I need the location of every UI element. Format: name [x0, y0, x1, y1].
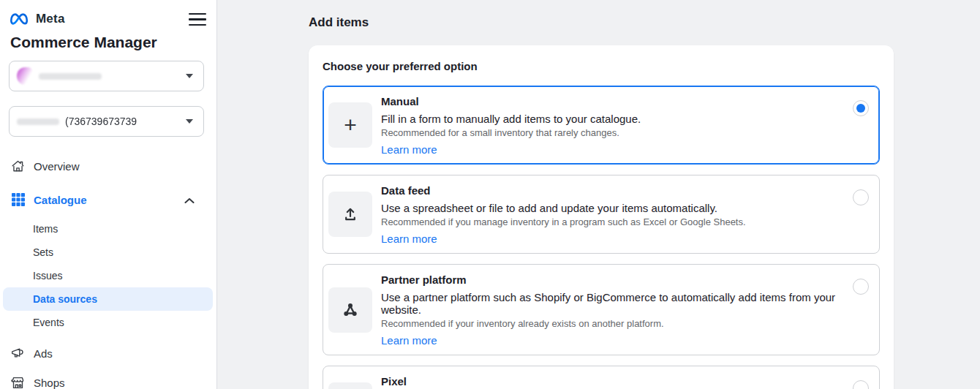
option-pixel[interactable]: </> Pixel Use your Facebook pixel to aut… [323, 366, 880, 389]
plus-icon: + [328, 102, 372, 148]
sidebar-item-sets[interactable]: Sets [3, 241, 213, 264]
share-nodes-icon [328, 287, 372, 333]
business-avatar [17, 67, 33, 85]
option-description: Use a partner platform such as Shopify o… [381, 291, 844, 316]
option-recommendation: Recommended for a small inventory that r… [381, 127, 844, 138]
sidebar-item-shops[interactable]: Shops [10, 368, 206, 389]
code-icon: </> [328, 382, 372, 389]
chevron-down-icon [186, 74, 193, 78]
catalogue-sub-list: Items Sets Issues Data sources Events [3, 217, 213, 334]
sidebar-item-ads[interactable]: Ads [10, 339, 206, 368]
redacted-catalogue-name [17, 118, 59, 125]
catalogue-selector-dropdown[interactable]: (736739673739 [9, 106, 204, 137]
radio-pixel[interactable] [853, 380, 869, 389]
home-icon [10, 159, 26, 174]
main-content: Add items Choose your preferred option +… [217, 0, 980, 389]
chevron-up-icon[interactable] [184, 194, 195, 206]
option-title: Data feed [381, 184, 844, 197]
radio-partner-platform[interactable] [853, 279, 869, 295]
brand-row: Meta [10, 10, 206, 29]
option-partner-platform[interactable]: Partner platform Use a partner platform … [323, 264, 880, 355]
sidebar-item-label: Overview [34, 160, 80, 173]
sidebar: Meta Commerce Manager (736739673739 Over… [0, 0, 217, 389]
megaphone-icon [10, 346, 26, 361]
catalogue-id: (736739673739 [65, 116, 137, 127]
option-recommendation: Recommended if you manage inventory in a… [381, 216, 844, 227]
learn-more-link[interactable]: Learn more [381, 233, 437, 245]
sidebar-item-data-sources[interactable]: Data sources [3, 287, 213, 311]
option-title: Pixel [381, 375, 844, 388]
option-description: Use a spreadsheet or file to add and upd… [381, 202, 844, 214]
meta-infinity-icon [10, 12, 32, 26]
grid-icon [10, 192, 26, 208]
card-heading: Choose your preferred option [323, 60, 880, 72]
sidebar-nav: Overview Catalogue Items Sets Issues Dat… [10, 151, 206, 389]
brand-name: Meta [36, 12, 65, 26]
radio-manual[interactable] [853, 100, 869, 116]
hamburger-menu-icon[interactable] [189, 12, 206, 26]
sidebar-item-overview[interactable]: Overview [10, 151, 206, 181]
business-selector-dropdown[interactable] [9, 61, 204, 91]
sidebar-item-label: Ads [34, 347, 53, 360]
sidebar-item-issues[interactable]: Issues [3, 264, 213, 287]
option-description: Fill in a form to manually add items to … [381, 113, 844, 125]
option-title: Partner platform [381, 273, 844, 286]
learn-more-link[interactable]: Learn more [381, 143, 437, 156]
option-recommendation: Recommended if your inventory already ex… [381, 318, 844, 329]
options-card: Choose your preferred option + Manual Fi… [309, 45, 894, 389]
page-title: Add items [309, 0, 894, 30]
sidebar-item-catalogue[interactable]: Catalogue [10, 185, 206, 214]
learn-more-link[interactable]: Learn more [381, 334, 437, 347]
sidebar-item-label: Catalogue [34, 194, 87, 206]
radio-data-feed[interactable] [853, 189, 869, 205]
option-manual[interactable]: + Manual Fill in a form to manually add … [323, 86, 880, 165]
upload-icon [328, 192, 372, 237]
chevron-down-icon [186, 119, 193, 124]
option-data-feed[interactable]: Data feed Use a spreadsheet or file to a… [323, 175, 880, 254]
redacted-business-name [39, 73, 102, 80]
option-title: Manual [381, 95, 844, 107]
sidebar-item-label: Shops [34, 377, 65, 389]
sidebar-item-events[interactable]: Events [3, 311, 213, 334]
sidebar-item-items[interactable]: Items [3, 217, 213, 241]
app-title: Commerce Manager [10, 34, 206, 51]
meta-brand: Meta [10, 12, 65, 26]
storefront-icon [10, 375, 26, 389]
